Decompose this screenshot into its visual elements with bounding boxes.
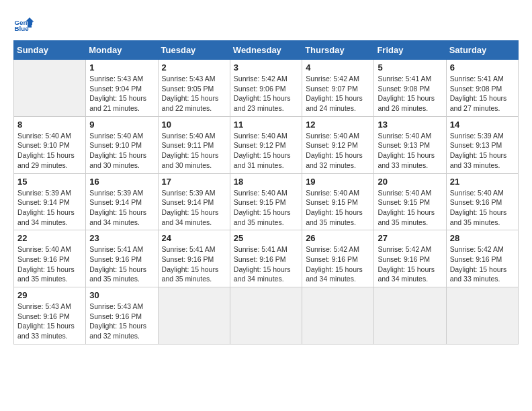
calendar-cell: 1Sunrise: 5:43 AMSunset: 9:04 PMDaylight… bbox=[86, 60, 158, 117]
weekday-tuesday: Tuesday bbox=[158, 41, 230, 60]
day-number: 3 bbox=[234, 62, 298, 73]
day-number: 16 bbox=[89, 177, 154, 187]
day-number: 20 bbox=[378, 177, 442, 187]
week-row-3: 22Sunrise: 5:40 AMSunset: 9:16 PMDayligh… bbox=[14, 230, 519, 287]
day-number: 26 bbox=[306, 233, 370, 243]
calendar-cell: 28Sunrise: 5:42 AMSunset: 9:16 PMDayligh… bbox=[446, 230, 518, 287]
calendar-cell: 20Sunrise: 5:40 AMSunset: 9:15 PMDayligh… bbox=[374, 173, 446, 230]
weekday-wednesday: Wednesday bbox=[230, 41, 302, 60]
day-number: 13 bbox=[378, 120, 442, 130]
day-number: 11 bbox=[234, 120, 298, 130]
day-info: Sunrise: 5:43 AMSunset: 9:16 PMDaylight:… bbox=[17, 302, 82, 341]
day-number: 25 bbox=[234, 233, 298, 243]
calendar-cell: 24Sunrise: 5:41 AMSunset: 9:16 PMDayligh… bbox=[158, 230, 230, 287]
calendar-cell: 4Sunrise: 5:42 AMSunset: 9:07 PMDaylight… bbox=[302, 60, 374, 117]
week-row-0: 1Sunrise: 5:43 AMSunset: 9:04 PMDaylight… bbox=[14, 60, 519, 117]
calendar-cell: 11Sunrise: 5:40 AMSunset: 9:12 PMDayligh… bbox=[230, 116, 302, 173]
day-number: 15 bbox=[17, 177, 82, 187]
day-info: Sunrise: 5:41 AMSunset: 9:08 PMDaylight:… bbox=[378, 74, 442, 113]
day-number: 9 bbox=[89, 120, 154, 130]
day-number: 6 bbox=[450, 62, 515, 73]
calendar-cell: 14Sunrise: 5:39 AMSunset: 9:13 PMDayligh… bbox=[446, 116, 518, 173]
day-number: 23 bbox=[89, 233, 154, 243]
day-info: Sunrise: 5:40 AMSunset: 9:11 PMDaylight:… bbox=[162, 131, 226, 171]
day-number: 24 bbox=[162, 233, 226, 243]
calendar-cell bbox=[374, 287, 446, 345]
weekday-header: SundayMondayTuesdayWednesdayThursdayFrid… bbox=[14, 41, 519, 60]
day-info: Sunrise: 5:40 AMSunset: 9:16 PMDaylight:… bbox=[17, 244, 82, 284]
day-info: Sunrise: 5:43 AMSunset: 9:05 PMDaylight:… bbox=[162, 74, 226, 113]
calendar-cell bbox=[446, 287, 518, 345]
day-info: Sunrise: 5:41 AMSunset: 9:08 PMDaylight:… bbox=[450, 74, 515, 113]
day-number: 28 bbox=[450, 233, 515, 243]
day-number: 29 bbox=[17, 290, 82, 300]
day-info: Sunrise: 5:39 AMSunset: 9:14 PMDaylight:… bbox=[89, 188, 154, 228]
day-info: Sunrise: 5:41 AMSunset: 9:16 PMDaylight:… bbox=[162, 244, 226, 284]
day-number: 18 bbox=[234, 177, 298, 187]
weekday-saturday: Saturday bbox=[446, 41, 518, 60]
calendar-cell: 26Sunrise: 5:42 AMSunset: 9:16 PMDayligh… bbox=[302, 230, 374, 287]
day-info: Sunrise: 5:40 AMSunset: 9:15 PMDaylight:… bbox=[234, 188, 298, 228]
day-number: 21 bbox=[450, 177, 515, 187]
day-info: Sunrise: 5:40 AMSunset: 9:15 PMDaylight:… bbox=[378, 188, 442, 228]
day-number: 17 bbox=[162, 177, 226, 187]
calendar-cell: 6Sunrise: 5:41 AMSunset: 9:08 PMDaylight… bbox=[446, 60, 518, 117]
weekday-friday: Friday bbox=[374, 41, 446, 60]
week-row-2: 15Sunrise: 5:39 AMSunset: 9:14 PMDayligh… bbox=[14, 173, 519, 230]
calendar-cell: 23Sunrise: 5:41 AMSunset: 9:16 PMDayligh… bbox=[86, 230, 158, 287]
logo: General Blue bbox=[13, 13, 34, 34]
calendar-cell: 17Sunrise: 5:39 AMSunset: 9:14 PMDayligh… bbox=[158, 173, 230, 230]
calendar-cell: 12Sunrise: 5:40 AMSunset: 9:12 PMDayligh… bbox=[302, 116, 374, 173]
day-info: Sunrise: 5:39 AMSunset: 9:14 PMDaylight:… bbox=[17, 188, 82, 228]
calendar-cell: 3Sunrise: 5:42 AMSunset: 9:06 PMDaylight… bbox=[230, 60, 302, 117]
calendar-cell: 16Sunrise: 5:39 AMSunset: 9:14 PMDayligh… bbox=[86, 173, 158, 230]
calendar-cell bbox=[158, 287, 230, 345]
day-number: 1 bbox=[89, 62, 154, 73]
day-number: 14 bbox=[450, 120, 515, 130]
week-row-4: 29Sunrise: 5:43 AMSunset: 9:16 PMDayligh… bbox=[14, 287, 519, 345]
day-number: 22 bbox=[17, 233, 82, 243]
day-info: Sunrise: 5:40 AMSunset: 9:16 PMDaylight:… bbox=[450, 188, 515, 228]
day-info: Sunrise: 5:39 AMSunset: 9:14 PMDaylight:… bbox=[162, 188, 226, 228]
day-number: 4 bbox=[306, 62, 370, 73]
calendar-cell: 15Sunrise: 5:39 AMSunset: 9:14 PMDayligh… bbox=[14, 173, 86, 230]
day-info: Sunrise: 5:43 AMSunset: 9:04 PMDaylight:… bbox=[89, 74, 154, 113]
day-number: 8 bbox=[17, 120, 82, 130]
calendar-cell: 13Sunrise: 5:40 AMSunset: 9:13 PMDayligh… bbox=[374, 116, 446, 173]
day-number: 30 bbox=[89, 290, 154, 300]
day-number: 5 bbox=[378, 62, 442, 73]
calendar-cell: 5Sunrise: 5:41 AMSunset: 9:08 PMDaylight… bbox=[374, 60, 446, 117]
day-number: 2 bbox=[162, 62, 226, 73]
calendar-cell: 19Sunrise: 5:40 AMSunset: 9:15 PMDayligh… bbox=[302, 173, 374, 230]
svg-text:Blue: Blue bbox=[15, 25, 30, 32]
calendar-cell: 25Sunrise: 5:41 AMSunset: 9:16 PMDayligh… bbox=[230, 230, 302, 287]
logo-icon: General Blue bbox=[13, 13, 34, 34]
calendar-cell: 18Sunrise: 5:40 AMSunset: 9:15 PMDayligh… bbox=[230, 173, 302, 230]
weekday-monday: Monday bbox=[86, 41, 158, 60]
calendar: SundayMondayTuesdayWednesdayThursdayFrid… bbox=[13, 40, 519, 345]
calendar-cell bbox=[302, 287, 374, 345]
day-info: Sunrise: 5:42 AMSunset: 9:16 PMDaylight:… bbox=[378, 244, 442, 284]
calendar-cell bbox=[230, 287, 302, 345]
day-info: Sunrise: 5:41 AMSunset: 9:16 PMDaylight:… bbox=[89, 244, 154, 284]
day-info: Sunrise: 5:40 AMSunset: 9:10 PMDaylight:… bbox=[17, 131, 82, 171]
calendar-cell: 27Sunrise: 5:42 AMSunset: 9:16 PMDayligh… bbox=[374, 230, 446, 287]
day-info: Sunrise: 5:42 AMSunset: 9:16 PMDaylight:… bbox=[306, 244, 370, 284]
day-number: 27 bbox=[378, 233, 442, 243]
header: General Blue bbox=[13, 13, 519, 34]
day-info: Sunrise: 5:42 AMSunset: 9:07 PMDaylight:… bbox=[306, 74, 370, 113]
calendar-cell: 29Sunrise: 5:43 AMSunset: 9:16 PMDayligh… bbox=[14, 287, 86, 345]
day-info: Sunrise: 5:41 AMSunset: 9:16 PMDaylight:… bbox=[234, 244, 298, 284]
day-info: Sunrise: 5:42 AMSunset: 9:16 PMDaylight:… bbox=[450, 244, 515, 284]
day-info: Sunrise: 5:40 AMSunset: 9:10 PMDaylight:… bbox=[89, 131, 154, 171]
calendar-cell: 30Sunrise: 5:43 AMSunset: 9:16 PMDayligh… bbox=[86, 287, 158, 345]
day-info: Sunrise: 5:40 AMSunset: 9:13 PMDaylight:… bbox=[378, 131, 442, 171]
calendar-cell bbox=[14, 60, 86, 117]
week-row-1: 8Sunrise: 5:40 AMSunset: 9:10 PMDaylight… bbox=[14, 116, 519, 173]
weekday-thursday: Thursday bbox=[302, 41, 374, 60]
day-number: 19 bbox=[306, 177, 370, 187]
weekday-sunday: Sunday bbox=[14, 41, 86, 60]
calendar-cell: 10Sunrise: 5:40 AMSunset: 9:11 PMDayligh… bbox=[158, 116, 230, 173]
day-info: Sunrise: 5:40 AMSunset: 9:12 PMDaylight:… bbox=[306, 131, 370, 171]
calendar-cell: 21Sunrise: 5:40 AMSunset: 9:16 PMDayligh… bbox=[446, 173, 518, 230]
